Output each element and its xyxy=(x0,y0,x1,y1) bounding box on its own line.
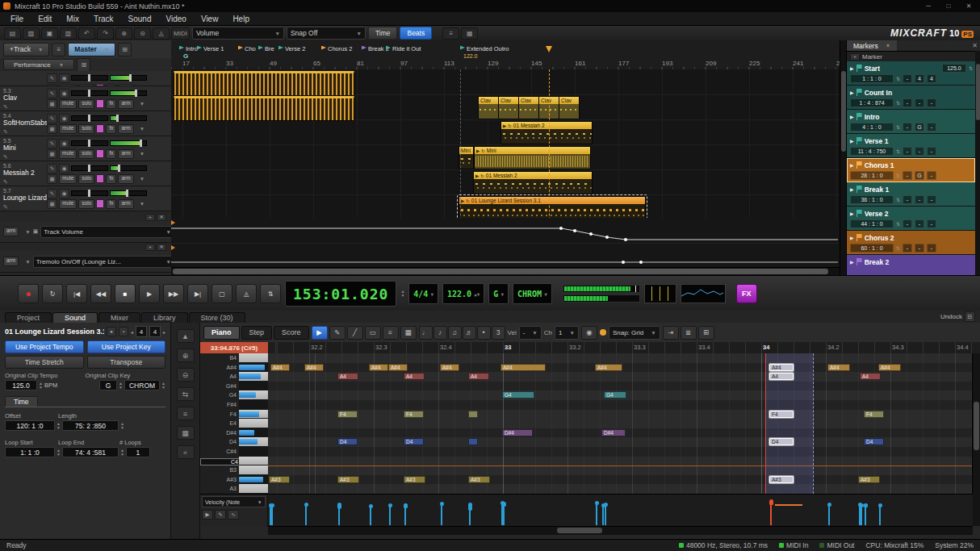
volume-slider[interactable] xyxy=(110,165,147,171)
volume-slider[interactable] xyxy=(110,190,147,196)
marker-time-field[interactable]: 44 : 1 : 0 xyxy=(850,219,894,228)
transpose-button[interactable]: Transpose xyxy=(87,356,166,369)
marker-time-field[interactable]: 60 : 1 : 0 xyxy=(850,244,894,253)
track-list-icon[interactable]: ≡ xyxy=(52,43,65,56)
redo-icon[interactable]: ↷ xyxy=(97,27,114,40)
pan-slider[interactable] xyxy=(71,190,108,196)
edit-icon[interactable]: ✎ xyxy=(47,89,57,98)
midi-note[interactable]: A#4 xyxy=(304,364,324,371)
velocity-stem[interactable] xyxy=(605,505,606,525)
volume-slider[interactable] xyxy=(110,140,147,146)
marker-cell-field[interactable]: G xyxy=(915,171,924,180)
go-to-end-button[interactable]: ▶| xyxy=(187,284,208,303)
loop-end-field[interactable]: 74: 4 :581 xyxy=(62,447,119,457)
velocity-play-icon[interactable]: ▶ xyxy=(202,510,213,520)
piano-key[interactable] xyxy=(239,447,268,457)
instrument-icon[interactable] xyxy=(96,124,104,133)
grid-icon[interactable]: ▦ xyxy=(47,149,57,159)
markers-tab[interactable]: Markers▼ xyxy=(847,40,897,51)
note-menu-icon[interactable]: ≡ xyxy=(383,326,399,340)
note-color-icon[interactable] xyxy=(600,329,606,336)
event-list-icon[interactable]: ≣ xyxy=(681,326,697,340)
use-project-key-button[interactable]: Use Project Key xyxy=(87,340,166,353)
clip-loop-icon[interactable]: ↻ xyxy=(481,148,485,153)
master-fx-button[interactable]: FX xyxy=(736,284,757,303)
metronome-button[interactable]: ◬ xyxy=(236,284,257,303)
menu-video[interactable]: Video xyxy=(158,14,193,24)
section-marker[interactable]: Verse 1 xyxy=(197,45,224,52)
time-display[interactable]: 153:01.020 xyxy=(285,281,396,307)
velocity-stem[interactable] xyxy=(469,506,471,525)
playhead-marker[interactable] xyxy=(546,46,552,52)
tab-mixer[interactable]: Mixer xyxy=(98,312,140,323)
clip-loop-icon[interactable]: ↻ xyxy=(480,173,484,178)
track-menu-icon[interactable]: ▼ xyxy=(140,151,144,157)
grid-icon[interactable]: ▦ xyxy=(47,124,57,134)
velocity-stem[interactable] xyxy=(441,504,442,525)
instrument-icon[interactable] xyxy=(96,174,104,183)
velocity-stems-area[interactable] xyxy=(268,495,973,527)
marker-row[interactable]: ▶Start125.0⇅1 : 1 : 0⇅-44 xyxy=(847,61,975,86)
menu-help[interactable]: Help xyxy=(225,14,257,24)
marker-cell-field[interactable]: - xyxy=(903,171,912,180)
section-marker[interactable]: Intro xyxy=(179,45,198,52)
clip-key-field[interactable]: G xyxy=(99,380,117,390)
snap-grid-dropdown[interactable]: Snap: Grid▼ xyxy=(609,326,660,340)
midi-note[interactable]: A#4 xyxy=(270,364,290,371)
tab-store-30-[interactable]: Store (30) xyxy=(189,312,245,323)
track-menu-icon[interactable]: ▼ xyxy=(140,101,144,106)
go-to-start-button[interactable]: |◀ xyxy=(66,284,87,303)
clip-01-messiah-2[interactable]: ▶↻01 Messiah 2 xyxy=(473,171,593,194)
fx-button[interactable]: fx xyxy=(106,199,116,209)
marker-cell-field[interactable]: - xyxy=(915,98,924,107)
time-signature-display[interactable]: 4/4▼ xyxy=(408,283,438,304)
clip-scale-field[interactable]: CHROM xyxy=(124,380,160,390)
velocity-stem[interactable] xyxy=(503,505,505,525)
duration-button-5[interactable]: 3 xyxy=(492,326,505,340)
save-project-icon[interactable]: ▣ xyxy=(41,27,58,40)
automation-lane-header[interactable]: arm▼Tremolo On/Off (Lounge Liz...▼ xyxy=(0,251,172,273)
velocity-stem[interactable] xyxy=(271,506,273,525)
marker-row[interactable]: ▶Intro4 : 1 : 0⇅-G- xyxy=(847,110,975,134)
master-track-button[interactable]: Master▼ xyxy=(68,43,115,56)
velocity-stem[interactable] xyxy=(879,506,881,525)
marker-cell-field[interactable]: - xyxy=(927,171,936,180)
pan-slider[interactable] xyxy=(71,75,108,81)
clip-loop-icon[interactable]: ↻ xyxy=(466,198,470,203)
performance-panel-button[interactable]: Performance▼ xyxy=(3,59,74,70)
track-row[interactable]: 5.5Mini✎✎◉▦mutesolofxarm▼ xyxy=(0,136,171,161)
marker-cell-field[interactable]: - xyxy=(915,195,924,204)
marker-play-icon[interactable]: ▶ xyxy=(850,162,854,168)
midi-note[interactable]: A#4 xyxy=(827,364,850,371)
editor-tab-piano[interactable]: Piano xyxy=(203,326,240,340)
track-row[interactable]: 5.3Clav✎✎◉▦mutesolofxarm▼ xyxy=(0,86,171,111)
marker-cell-field[interactable]: - xyxy=(927,195,936,204)
maximize-button[interactable]: □ xyxy=(940,2,957,10)
midi-note[interactable]: A4 xyxy=(404,373,425,380)
track-menu-icon[interactable]: ▼ xyxy=(140,201,144,207)
close-button[interactable]: ✕ xyxy=(961,2,977,10)
menu-track[interactable]: Track xyxy=(86,14,121,24)
marker-play-icon[interactable]: ▶ xyxy=(850,211,854,216)
render-icon[interactable]: ▥ xyxy=(60,27,77,40)
automation-type-dropdown[interactable]: Volume▼ xyxy=(192,27,284,40)
piano-key[interactable] xyxy=(239,419,268,428)
use-project-tempo-button[interactable]: Use Project Tempo xyxy=(5,340,84,353)
section-marker[interactable]: Bre xyxy=(258,45,274,52)
channel-dropdown[interactable]: 1▼ xyxy=(555,326,579,340)
speaker-icon[interactable]: ◉ xyxy=(59,114,69,123)
clip-sig-denominator[interactable]: 4 xyxy=(149,326,161,337)
edit-icon[interactable]: ✎ xyxy=(47,164,57,173)
new-project-icon[interactable]: ▤ xyxy=(4,27,21,40)
piano-key[interactable] xyxy=(239,382,268,391)
clip-clav[interactable]: Clav xyxy=(559,96,580,119)
open-project-icon[interactable]: ▨ xyxy=(23,27,40,40)
midi-note[interactable]: F4 xyxy=(404,411,424,418)
speaker-icon[interactable]: ◉ xyxy=(59,139,69,148)
volume-slider[interactable] xyxy=(110,75,147,81)
pencil-icon[interactable]: ✎ xyxy=(3,104,8,110)
marker-cell-field[interactable]: - xyxy=(903,195,912,204)
clip-clav[interactable]: Clav xyxy=(478,96,499,119)
volume-slider[interactable] xyxy=(110,90,147,96)
grid-icon[interactable]: ▦ xyxy=(47,174,57,184)
